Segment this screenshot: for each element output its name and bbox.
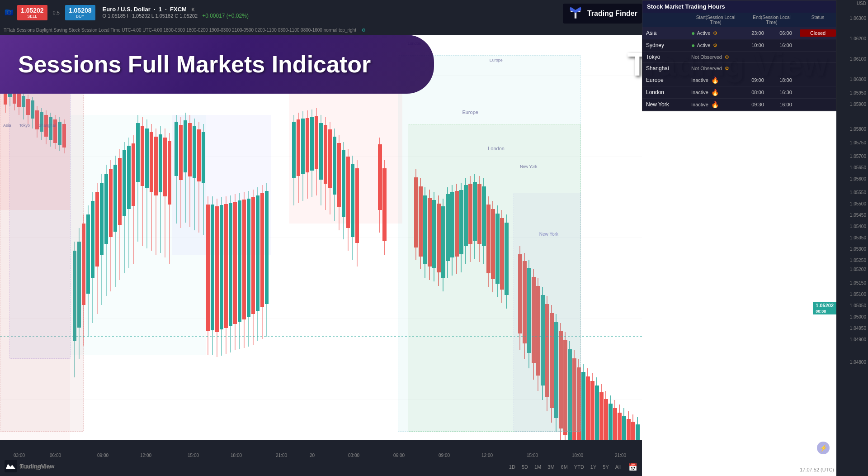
svg-rect-130 xyxy=(315,116,318,169)
price-tick: 1.05600 xyxy=(850,176,866,181)
current-price-value: 1.05202 xyxy=(816,303,834,308)
svg-rect-98 xyxy=(220,205,223,329)
svg-rect-108 xyxy=(242,200,246,319)
time-tick: 09:00 xyxy=(97,453,108,458)
svg-rect-70 xyxy=(154,137,158,195)
price-tick: 1.05400 xyxy=(850,224,866,229)
time-tick: 18:00 xyxy=(572,453,583,458)
price-tick: 1.05150 xyxy=(850,281,866,286)
col-status: Status xyxy=(800,14,836,26)
timeframe-btn-1d[interactable]: 1D xyxy=(507,463,518,471)
spread-value: 0.5 xyxy=(53,10,60,15)
tv-logo-bottom: TradingView xyxy=(5,460,54,472)
europe-start: 09:00 xyxy=(744,76,772,84)
indicator-icon: K xyxy=(192,7,195,12)
svg-rect-251 xyxy=(5,460,17,472)
panel-row-europe: Europe Inactive 🔥 09:00 18:00 xyxy=(642,74,836,86)
svg-rect-64 xyxy=(141,126,144,186)
buy-box[interactable]: 1.05208 BUY xyxy=(65,5,95,20)
london-end: 16:30 xyxy=(772,89,800,96)
asia-name: Asia xyxy=(642,29,688,37)
timeframe-btn-5y[interactable]: 5Y xyxy=(600,463,611,471)
panel-row-sydney: Sydney ● Active ⚙ 10:00 16:00 xyxy=(642,39,836,52)
timeframe-btn-ytd[interactable]: YTD xyxy=(572,463,586,471)
time-tick: 20 xyxy=(310,453,315,458)
svg-rect-96 xyxy=(215,206,219,332)
panel-row-asia: Asia ● Active ⚙ 23:00 06:00 Closed xyxy=(642,27,836,39)
london-start: 08:00 xyxy=(744,89,772,96)
timeframe-btn-5d[interactable]: 5D xyxy=(519,463,530,471)
tokyo-gear: ⚙ xyxy=(725,54,729,60)
buy-price: 1.05208 xyxy=(69,7,92,14)
svg-rect-40 xyxy=(86,214,90,294)
sell-box[interactable]: 1.05202 SELL xyxy=(17,5,47,20)
svg-rect-62 xyxy=(136,123,140,182)
timeframe-btn-1y[interactable]: 1Y xyxy=(588,463,599,471)
timeframe-btn-all[interactable]: All xyxy=(613,463,623,471)
interval: 1 xyxy=(159,6,162,13)
col-end: End(Session Local Time) xyxy=(744,14,800,26)
price-tick: 1.06000 xyxy=(850,77,866,82)
newyork-session-label2: New York xyxy=(539,232,558,237)
panel-header: Stock Market Trading Hours xyxy=(642,0,836,13)
svg-rect-88 xyxy=(197,129,201,181)
svg-rect-44 xyxy=(95,192,99,267)
svg-rect-236 xyxy=(609,404,613,440)
info-bar: TFlab Sessions Daylight Saving Stock Ses… xyxy=(0,25,642,35)
settings-icon[interactable]: ⚙ xyxy=(362,28,366,33)
newyork-end: 16:00 xyxy=(772,101,800,108)
svg-rect-102 xyxy=(229,203,232,326)
shanghai-status: Not Observed ⚙ xyxy=(688,65,744,72)
tf-logo-icon xyxy=(567,5,584,22)
price-tick: 1.05050 xyxy=(850,303,866,308)
price-tick: 1.05202 xyxy=(850,267,866,272)
price-tick: 1.05550 xyxy=(850,190,866,195)
london-badge xyxy=(800,91,836,93)
tokyo-badge xyxy=(800,56,836,58)
asia-start: 23:00 xyxy=(744,29,772,37)
change-text: +0.00017 (+0.02%) xyxy=(202,13,249,19)
chart-background: Asia Tokyo Shanghai London New York Euro… xyxy=(0,35,642,440)
svg-rect-128 xyxy=(310,117,314,171)
sydney-status: ● Active ⚙ xyxy=(688,41,744,50)
chart-container: Asia Tokyo Shanghai London New York Euro… xyxy=(0,0,868,476)
timeframe-btn-6m[interactable]: 6M xyxy=(559,463,570,471)
london-status: Inactive 🔥 xyxy=(688,88,744,97)
svg-rect-68 xyxy=(150,132,153,192)
timeframe-btn-3m[interactable]: 3M xyxy=(545,463,557,471)
svg-rect-80 xyxy=(179,125,183,180)
svg-rect-132 xyxy=(319,123,323,180)
flag-icon: 🇪🇺 xyxy=(5,8,14,17)
shanghai-start xyxy=(744,67,772,69)
newyork-start: 09:30 xyxy=(744,101,772,108)
tv-logo-text: TradingView xyxy=(20,463,54,470)
lightning-icon[interactable]: ⚡ xyxy=(817,442,830,454)
newyork-status: Inactive 🔥 xyxy=(688,100,744,109)
asia-end: 06:00 xyxy=(772,29,800,37)
asia-dot: ● xyxy=(691,29,695,37)
newyork-name: New York xyxy=(642,100,688,109)
svg-rect-90 xyxy=(202,132,205,183)
svg-rect-226 xyxy=(586,376,590,440)
time-tick: 09:00 xyxy=(439,453,450,458)
svg-rect-242 xyxy=(622,416,626,440)
timeframe-btn-1m[interactable]: 1M xyxy=(532,463,543,471)
time-tick: 06:00 xyxy=(393,453,405,458)
svg-rect-46 xyxy=(100,183,104,255)
shanghai-session-time-label2: Shanghai xyxy=(38,123,56,128)
newyork-dot: 🔥 xyxy=(711,101,719,108)
europe-session-label2: Europe xyxy=(462,109,478,115)
toolbar: 🇪🇺 1.05202 SELL 0.5 1.05208 BUY Euro / U… xyxy=(0,0,642,25)
svg-rect-146 xyxy=(351,164,354,237)
sydney-end: 16:00 xyxy=(772,42,800,49)
europe-dot: 🔥 xyxy=(711,76,719,84)
svg-rect-150 xyxy=(378,144,382,210)
svg-rect-86 xyxy=(193,126,196,178)
calendar-icon[interactable]: 📅 xyxy=(628,463,637,471)
europe-name: Europe xyxy=(642,76,688,84)
price-tick: 1.05300 xyxy=(850,247,866,252)
newyork-badge xyxy=(800,104,836,105)
svg-rect-248 xyxy=(636,424,640,440)
svg-rect-136 xyxy=(328,129,332,188)
pair-info: Euro / U.S. Dollar · 1 · FXCM K O 1.0518… xyxy=(103,6,249,19)
